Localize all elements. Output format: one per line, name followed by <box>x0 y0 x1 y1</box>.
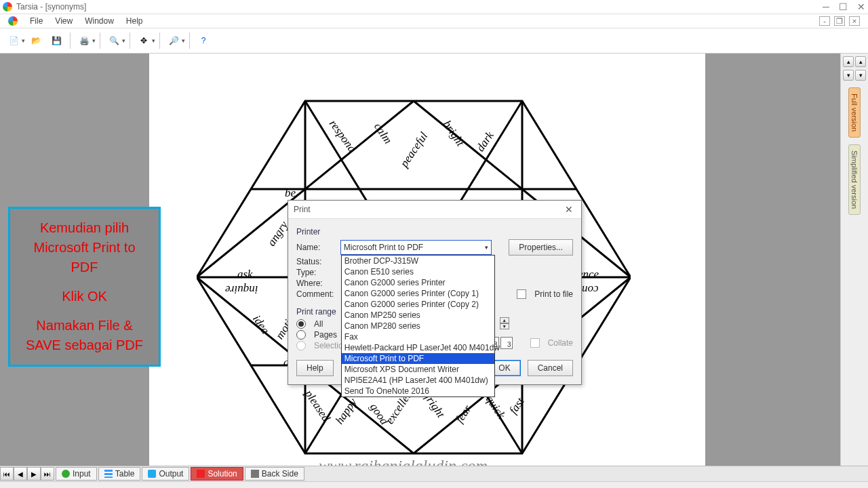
table-icon <box>104 470 113 478</box>
printer-dropdown[interactable]: Brother DCP-J315WCanon E510 seriesCanon … <box>341 255 495 397</box>
callout-line: Klik OK <box>12 287 157 306</box>
nav-first-icon[interactable]: ⏮ <box>0 467 14 481</box>
nav-last-icon[interactable]: ⏭ <box>41 467 54 481</box>
range-pages-radio[interactable] <box>296 330 306 340</box>
scroll-up-icon[interactable]: ▴ <box>843 56 854 67</box>
print-dropdown-icon[interactable]: ▾ <box>92 37 96 44</box>
comment-label: Comment: <box>296 289 337 299</box>
tab-simplified-version[interactable]: Simplified version <box>848 144 861 215</box>
menu-help[interactable]: Help <box>126 16 143 26</box>
printer-option[interactable]: Brother DCP-J315W <box>342 256 494 266</box>
mdi-restore-icon[interactable]: ❐ <box>834 16 845 26</box>
watermark-text: www.raihanjalaludin.com <box>319 457 488 466</box>
collate-checkbox <box>530 338 540 348</box>
tab-output[interactable]: Output <box>142 467 189 481</box>
close-icon[interactable]: ✕ <box>857 1 865 12</box>
callout-line: PDF <box>12 258 157 277</box>
new-button[interactable]: 📄 <box>4 31 23 50</box>
bottom-tab-bar: ⏮ ◀ ▶ ⏭ Input Table Output Solution Back… <box>0 466 868 481</box>
printer-option[interactable]: Canon MP280 series <box>342 321 494 331</box>
tab-full-version[interactable]: Full version <box>848 87 861 138</box>
printer-option[interactable]: Hewlett-Packard HP LaserJet 400 M401dw <box>342 342 494 353</box>
new-dropdown-icon[interactable]: ▾ <box>22 37 25 44</box>
print-to-file-checkbox[interactable] <box>517 289 526 299</box>
callout-line: SAVE sebagai PDF <box>12 336 157 355</box>
zoom-button[interactable]: 🔍 <box>104 31 123 50</box>
app-icon-small <box>8 16 18 26</box>
callout-line: Kemudian pilih <box>12 218 157 238</box>
maximize-icon[interactable]: ☐ <box>839 1 848 12</box>
cancel-button[interactable]: Cancel <box>528 360 573 376</box>
minimize-icon[interactable]: ─ <box>823 1 829 12</box>
copies-down-icon[interactable]: ▼ <box>500 323 509 329</box>
menu-window[interactable]: Window <box>85 16 114 26</box>
right-gutter: ▴ ▴ ▾ ▾ Full version Simplified version <box>840 54 868 466</box>
menu-bar: File View Window Help - ❐ × <box>0 14 868 28</box>
printer-select[interactable]: Microsoft Print to PDF ▾ Brother DCP-J31… <box>340 240 492 255</box>
tab-table[interactable]: Table <box>98 467 141 481</box>
copies-up-icon[interactable]: ▲ <box>500 317 509 323</box>
where-label: Where: <box>296 279 337 288</box>
printer-option[interactable]: Canon G2000 series Printer (Copy 1) <box>342 288 494 299</box>
tab-solution[interactable]: Solution <box>191 467 243 481</box>
printer-group-label: Printer <box>296 224 573 238</box>
collate-label: Collate <box>548 338 573 348</box>
open-button[interactable]: 📂 <box>26 31 45 50</box>
dialog-title: Print <box>294 205 311 214</box>
range-selection-radio <box>296 341 306 350</box>
menu-view[interactable]: View <box>55 16 73 26</box>
input-icon <box>62 470 70 478</box>
range-pages-label: Pages <box>314 330 337 340</box>
printer-option[interactable]: Canon G2000 series Printer (Copy 2) <box>342 299 494 310</box>
status-label: Status: <box>296 257 337 266</box>
nav-next-icon[interactable]: ▶ <box>27 467 41 481</box>
zoom-dropdown-icon[interactable]: ▾ <box>122 37 125 44</box>
help-button[interactable]: ? <box>194 31 213 50</box>
mdi-minimize-icon[interactable]: - <box>819 16 830 26</box>
properties-button[interactable]: Properties... <box>509 239 573 256</box>
tab-back-side[interactable]: Back Side <box>245 467 304 481</box>
toolbar: 📄▾ 📂 💾 🖨️▾ 🔍▾ ✥▾ 🔎▾ ? <box>0 28 868 54</box>
scroll-down2-icon[interactable]: ▾ <box>855 70 866 81</box>
fit-button[interactable]: 🔎 <box>164 31 183 50</box>
print-button[interactable]: 🖨️ <box>75 31 94 50</box>
printer-option[interactable]: Canon MP250 series <box>342 310 494 321</box>
print-to-file-label: Print to file <box>534 289 573 299</box>
printer-option[interactable]: Microsoft Print to PDF <box>342 353 494 364</box>
mdi-close-icon[interactable]: × <box>849 16 860 26</box>
printer-option[interactable]: Fax <box>342 331 494 342</box>
printer-option[interactable]: Canon G2000 series Printer <box>342 277 494 288</box>
word-con: con <box>582 283 599 296</box>
printer-option[interactable]: Send To OneNote 2016 <box>342 386 494 396</box>
output-icon <box>148 470 156 478</box>
name-label: Name: <box>296 243 335 252</box>
printer-option[interactable]: Canon E510 series <box>342 266 494 277</box>
type-label: Type: <box>296 268 337 277</box>
printer-option[interactable]: Microsoft XPS Document Writer <box>342 364 494 375</box>
scroll-down-icon[interactable]: ▾ <box>843 70 854 81</box>
tab-input[interactable]: Input <box>56 467 97 481</box>
status-bar <box>0 481 868 488</box>
help-button[interactable]: Help <box>296 360 334 376</box>
range-all-radio[interactable] <box>296 319 306 329</box>
workspace: respond calm peaceful bright dark be ang… <box>0 54 868 466</box>
range-all-label: All <box>314 319 323 329</box>
dialog-close-icon[interactable]: ✕ <box>562 204 576 215</box>
nav-dropdown-icon[interactable]: ▾ <box>152 37 155 44</box>
print-dialog: Print ✕ Printer Name: Microsoft Print to… <box>288 200 582 385</box>
solution-icon <box>197 470 205 478</box>
save-button[interactable]: 💾 <box>47 31 66 50</box>
printer-option[interactable]: NPI5E2A41 (HP LaserJet 400 M401dw) <box>342 375 494 386</box>
fit-dropdown-icon[interactable]: ▾ <box>182 37 185 44</box>
scroll-up2-icon[interactable]: ▴ <box>855 56 866 67</box>
callout-line: Microsoft Print to <box>12 238 157 258</box>
word-ask: ask <box>237 268 253 281</box>
menu-file[interactable]: File <box>30 16 43 26</box>
printer-selected-value: Microsoft Print to PDF <box>344 243 423 252</box>
callout-line: Namakan File & <box>12 316 157 336</box>
nav-button[interactable]: ✥ <box>134 31 153 50</box>
title-bar: Tarsia - [synonyms] ─ ☐ ✕ <box>0 0 868 14</box>
instruction-callout: Kemudian pilih Microsoft Print to PDF Kl… <box>8 207 161 367</box>
nav-prev-icon[interactable]: ◀ <box>14 467 27 481</box>
chevron-down-icon[interactable]: ▾ <box>485 244 488 251</box>
